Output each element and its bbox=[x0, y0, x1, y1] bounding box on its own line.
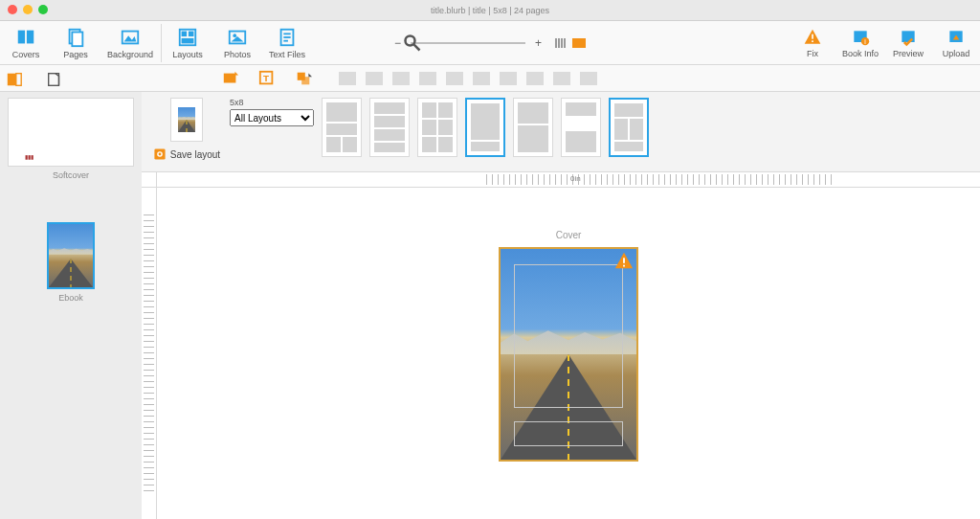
align-top-icon[interactable] bbox=[446, 72, 463, 85]
single-view-icon bbox=[572, 38, 586, 48]
align-right-icon[interactable] bbox=[392, 72, 410, 85]
svg-rect-21 bbox=[812, 40, 813, 42]
zoom-out-button[interactable]: − bbox=[394, 36, 401, 50]
cover-back-icon[interactable] bbox=[46, 71, 63, 88]
preview-label: Preview bbox=[893, 49, 924, 58]
distribute-v-icon[interactable] bbox=[580, 72, 597, 85]
svg-marker-29 bbox=[235, 71, 239, 75]
pages-label: Pages bbox=[63, 50, 88, 59]
align-tools bbox=[339, 72, 597, 85]
close-window-icon[interactable] bbox=[8, 5, 17, 14]
layout-thumb-5[interactable] bbox=[513, 98, 553, 157]
bookinfo-button[interactable]: i Book Info bbox=[842, 28, 879, 58]
align-center-v-icon[interactable] bbox=[473, 72, 490, 85]
photos-button[interactable]: Photos bbox=[219, 27, 256, 59]
window-title: title.blurb | title | 5x8 | 24 pages bbox=[431, 6, 549, 15]
layouts-icon bbox=[177, 27, 198, 48]
svg-marker-34 bbox=[308, 73, 312, 77]
svg-point-40 bbox=[158, 153, 161, 156]
left-mini-toolbar bbox=[6, 71, 63, 88]
cover-page[interactable] bbox=[499, 247, 638, 462]
layout-size-label: 5x8 bbox=[230, 98, 314, 107]
photos-icon bbox=[227, 27, 248, 48]
textfiles-label: Text Files bbox=[269, 50, 305, 59]
svg-rect-1 bbox=[27, 30, 33, 43]
fix-label: Fix bbox=[807, 49, 818, 58]
upload-button[interactable]: Upload bbox=[938, 28, 974, 58]
canvas[interactable]: Cover bbox=[157, 188, 980, 519]
image-edit-icon[interactable] bbox=[222, 70, 239, 87]
layout-filter-select[interactable]: All Layouts bbox=[230, 109, 314, 126]
upload-label: Upload bbox=[943, 49, 970, 58]
subtitle-text-box[interactable] bbox=[514, 421, 623, 446]
save-layout-button[interactable]: Save layout bbox=[153, 147, 220, 161]
pages-button[interactable]: Pages bbox=[57, 27, 94, 59]
layout-thumb-7[interactable] bbox=[609, 98, 649, 157]
fix-button[interactable]: Fix bbox=[794, 28, 831, 58]
current-layout-thumb[interactable] bbox=[170, 98, 203, 142]
sub-toolbar: T bbox=[0, 65, 980, 92]
layout-thumb-2[interactable] bbox=[369, 98, 410, 157]
upload-icon bbox=[947, 28, 966, 47]
svg-rect-20 bbox=[812, 34, 813, 38]
layout-thumb-6[interactable] bbox=[561, 98, 601, 157]
save-icon bbox=[153, 147, 167, 161]
toolbar-group-mid: Layouts Photos Text Files bbox=[169, 27, 305, 59]
textfiles-icon bbox=[277, 27, 298, 48]
arrange-icon[interactable] bbox=[295, 70, 312, 87]
background-icon bbox=[120, 27, 141, 48]
background-button[interactable]: Background bbox=[107, 27, 153, 59]
bookinfo-icon: i bbox=[851, 28, 870, 47]
window-controls bbox=[8, 5, 48, 14]
toolbar-divider bbox=[161, 24, 162, 62]
svg-rect-9 bbox=[182, 37, 194, 42]
zoom-handle-icon[interactable] bbox=[403, 34, 422, 53]
layouts-button[interactable]: Layouts bbox=[169, 27, 206, 59]
zoom-slider[interactable] bbox=[411, 42, 525, 44]
layout-strip: Save layout 5x8 All Layouts bbox=[142, 92, 980, 172]
covers-button[interactable]: Covers bbox=[8, 27, 44, 59]
zoom-window-icon[interactable] bbox=[38, 5, 48, 14]
layout-thumb-1[interactable] bbox=[322, 98, 362, 157]
align-center-h-icon[interactable] bbox=[366, 72, 383, 85]
zoom-in-button[interactable]: + bbox=[535, 36, 542, 50]
align-left-icon[interactable] bbox=[339, 72, 356, 85]
text-edit-icon[interactable]: T bbox=[258, 70, 276, 87]
svg-rect-43 bbox=[623, 265, 625, 267]
covers-label: Covers bbox=[12, 50, 40, 59]
svg-rect-0 bbox=[18, 30, 25, 43]
svg-rect-36 bbox=[16, 74, 21, 86]
page-warning-icon[interactable] bbox=[613, 251, 635, 272]
textfiles-button[interactable]: Text Files bbox=[269, 27, 305, 59]
svg-marker-5 bbox=[124, 35, 137, 41]
ebook-thumb[interactable] bbox=[47, 222, 95, 289]
svg-rect-42 bbox=[623, 258, 625, 263]
minimize-window-icon[interactable] bbox=[23, 5, 33, 14]
svg-rect-8 bbox=[189, 31, 194, 36]
title-text-box[interactable] bbox=[514, 264, 623, 408]
layouts-label: Layouts bbox=[172, 50, 203, 59]
svg-rect-28 bbox=[224, 73, 236, 82]
edit-tools: T bbox=[222, 70, 312, 87]
layout-strip-controls: 5x8 All Layouts bbox=[230, 98, 314, 126]
svg-rect-25 bbox=[902, 31, 914, 42]
canvas-page-label: Cover bbox=[556, 230, 582, 240]
preview-button[interactable]: Preview bbox=[890, 28, 926, 58]
preview-icon bbox=[899, 28, 918, 47]
toolbar-group-right: Fix i Book Info Preview Upload bbox=[794, 28, 974, 58]
cover-panel: ▮▮▮ Softcover Ebook bbox=[0, 92, 142, 519]
main-toolbar: Covers Pages Background Layouts Photos T… bbox=[0, 21, 980, 65]
layout-thumbs bbox=[322, 98, 649, 157]
view-mode-toggle[interactable] bbox=[551, 34, 586, 52]
canvas-area: 0in Cover bbox=[142, 172, 980, 519]
cover-front-icon[interactable] bbox=[6, 71, 23, 88]
layout-thumb-3[interactable] bbox=[417, 98, 457, 157]
svg-text:T: T bbox=[263, 72, 269, 82]
softcover-thumb[interactable]: ▮▮▮ bbox=[8, 98, 134, 167]
layout-thumb-4[interactable] bbox=[465, 98, 505, 157]
align-bottom-icon[interactable] bbox=[500, 72, 517, 85]
grid-view-icon bbox=[555, 38, 568, 48]
toolbar-group-left: Covers Pages Background bbox=[8, 27, 153, 59]
svg-point-17 bbox=[406, 35, 415, 45]
distribute-h-icon[interactable] bbox=[553, 72, 570, 85]
